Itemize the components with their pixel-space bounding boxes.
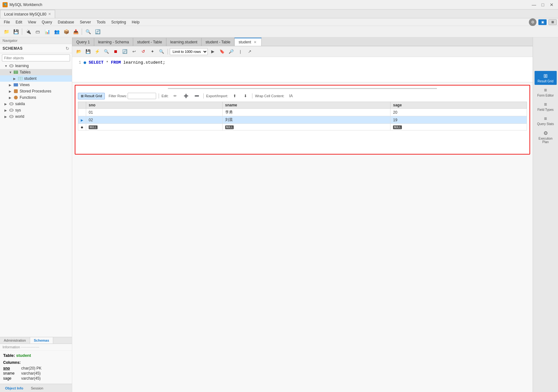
toolbar-open[interactable]: 📁 xyxy=(2,28,11,36)
import-btn[interactable]: ⬇ xyxy=(241,92,250,100)
query-toolbar: 📂 💾 ⚡ 🔍 ⏹ 🔄 ↩ ↺ ✦ 🔍 Limit to 1000 rows D… xyxy=(72,46,533,57)
filter-rows-input[interactable] xyxy=(128,93,156,99)
table-row[interactable]: ▶ 02 刘晨 19 xyxy=(78,116,527,124)
right-btn-result-grid[interactable]: ⊞ Result Grid xyxy=(535,71,557,85)
maximize-button[interactable]: □ xyxy=(539,2,547,8)
right-btn-form-editor[interactable]: ≡ Form Editor xyxy=(535,85,557,99)
edit-btn-pencil[interactable]: ✏ xyxy=(171,92,179,100)
row-2-sno: 02 xyxy=(86,116,223,124)
window-controls: — □ ✕ xyxy=(530,2,555,8)
right-btn-execution-plan[interactable]: ⚙ Execution Plan xyxy=(535,128,557,146)
result-grid-tab-icon: ⊞ xyxy=(81,94,84,98)
tree-item-sakila[interactable]: ▶ sakila xyxy=(0,101,72,107)
qbtn-stop[interactable]: ⏹ xyxy=(111,48,120,55)
result-grid-btn-label: Result Grid xyxy=(537,79,553,83)
query-tab-student-active[interactable]: student ✕ xyxy=(234,38,261,46)
qbtn-magnify[interactable]: 🔎 xyxy=(227,48,235,55)
tree-item-student[interactable]: ▶ student xyxy=(0,75,72,82)
qbtn-export[interactable]: ↗ xyxy=(245,48,254,55)
query-tab-student-table-2[interactable]: student - Table xyxy=(201,38,235,46)
tab-object-info[interactable]: Object Info xyxy=(3,386,26,391)
table-row[interactable]: ◆ NULL NULL NULL xyxy=(78,124,527,130)
qbtn-bookmark[interactable]: 🔖 xyxy=(218,48,226,55)
qbtn-undo[interactable]: ↩ xyxy=(130,48,138,55)
tab-session[interactable]: Session xyxy=(28,386,46,391)
qbtn-search2[interactable]: 🔍 xyxy=(157,48,166,55)
result-grid-tab[interactable]: ⊞ Result Grid xyxy=(78,93,105,99)
query-tab-student-close[interactable]: ✕ xyxy=(253,40,257,44)
column-sno: sno char(20) PK xyxy=(3,366,69,370)
layout-toggle[interactable]: ▣ xyxy=(538,19,547,25)
toolbar-table[interactable]: 📊 xyxy=(43,28,52,36)
table-row[interactable]: 01 李勇 20 xyxy=(78,109,527,116)
editor-line-1: 1 SELECT * FROM learning.student; xyxy=(72,60,533,66)
kw-star: * xyxy=(106,60,109,66)
tree-item-sys[interactable]: ▶ sys xyxy=(0,107,72,113)
tree-item-world[interactable]: ▶ world xyxy=(0,113,72,120)
menu-file[interactable]: File xyxy=(1,19,12,25)
instance-tab[interactable]: Local instance MySQL80 ✕ xyxy=(0,10,55,18)
menu-scripting[interactable]: Scripting xyxy=(109,19,129,25)
editor-area[interactable]: 1 SELECT * FROM learning.student; xyxy=(72,57,533,82)
menu-help[interactable]: Help xyxy=(129,19,142,25)
menu-view[interactable]: View xyxy=(25,19,39,25)
col-header-sage[interactable]: sage xyxy=(390,102,527,109)
layout-toggle2[interactable]: ⊞ xyxy=(548,19,557,25)
tables-label: Tables xyxy=(20,70,31,74)
close-button[interactable]: ✕ xyxy=(548,2,555,8)
qbtn-format[interactable]: ✦ xyxy=(148,48,156,55)
instance-tab-close[interactable]: ✕ xyxy=(48,12,51,16)
qbtn-explain[interactable]: 🔍 xyxy=(102,48,111,55)
toolbar-search[interactable]: 🔍 xyxy=(84,28,92,36)
export-btn[interactable]: ⬆ xyxy=(231,92,239,100)
qbtn-run[interactable]: ⚡ xyxy=(93,48,101,55)
qbtn-open[interactable]: 📂 xyxy=(75,48,83,55)
tree-item-learning[interactable]: ▼ learning xyxy=(0,63,72,69)
limit-select[interactable]: Limit to 1000 rows Don't Limit Limit to … xyxy=(170,48,208,55)
qbtn-save[interactable]: 💾 xyxy=(84,48,92,55)
filter-objects-input[interactable] xyxy=(2,54,70,61)
menu-database[interactable]: Database xyxy=(55,19,77,25)
wrap-label: Wrap Cell Content: xyxy=(255,94,284,98)
toolbar-users[interactable]: 👥 xyxy=(52,28,61,36)
edit-btn-minus[interactable]: ➖ xyxy=(193,92,201,100)
minimize-button[interactable]: — xyxy=(530,2,538,8)
settings-icon[interactable]: ⚙ xyxy=(529,18,536,26)
wrap-btn[interactable]: IA xyxy=(287,92,295,100)
qbtn-col[interactable]: | xyxy=(236,48,244,55)
menu-server[interactable]: Server xyxy=(77,19,93,25)
schemas-refresh-icon[interactable]: ↻ xyxy=(66,46,69,51)
tree-item-stored-procedures[interactable]: ▶ Stored Procedures xyxy=(0,88,72,94)
qtoolbar-sep1 xyxy=(168,49,168,54)
toolbar-db[interactable]: 🗃 xyxy=(33,28,42,36)
query-tab-1[interactable]: Query 1 xyxy=(72,38,94,46)
tree-item-tables[interactable]: ▼ Tables xyxy=(0,69,72,75)
toolbar-backup[interactable]: 📦 xyxy=(62,28,71,36)
query-tab-learning-schema[interactable]: learning - Schema xyxy=(94,38,133,46)
qbtn-arrow[interactable]: ▶ xyxy=(209,48,217,55)
toolbar-restore[interactable]: 📥 xyxy=(71,28,80,36)
right-btn-field-types[interactable]: ≡ Field Types xyxy=(535,100,557,113)
menu-query[interactable]: Query xyxy=(39,19,55,25)
info-content: Table: student Columns: sno char(20) PK … xyxy=(0,351,72,384)
qbtn-refresh[interactable]: 🔄 xyxy=(121,48,129,55)
result-box: ⊞ Result Grid Filter Rows: Edit: ✏ ➕ ➖ E… xyxy=(75,85,530,155)
menu-tools[interactable]: Tools xyxy=(94,19,108,25)
qbtn-redo[interactable]: ↺ xyxy=(139,48,147,55)
tree-item-functions[interactable]: ▶ Functions xyxy=(0,94,72,101)
col-header-sno[interactable]: sno xyxy=(86,102,223,109)
tab-schemas[interactable]: Schemas xyxy=(30,337,53,344)
edit-btn-plus[interactable]: ➕ xyxy=(182,92,190,100)
toolbar-refresh[interactable]: 🔄 xyxy=(93,28,102,36)
toolbar-save[interactable]: 💾 xyxy=(11,28,20,36)
tab-administration[interactable]: Administration xyxy=(0,337,30,344)
toolbar-new-conn[interactable]: 🔌 xyxy=(24,28,33,36)
menu-edit[interactable]: Edit xyxy=(13,19,25,25)
sidebar-bottom: Administration Schemas Information ·····… xyxy=(0,337,72,384)
tree-item-views[interactable]: ▶ Views xyxy=(0,82,72,88)
field-types-btn-label: Field Types xyxy=(537,108,554,111)
right-btn-query-stats[interactable]: ≡ Query Stats xyxy=(535,114,557,128)
col-header-sname[interactable]: sname xyxy=(222,102,390,109)
query-tab-student-table-1[interactable]: student - Table xyxy=(133,38,166,46)
query-tab-learning-student[interactable]: learning.student xyxy=(166,38,201,46)
